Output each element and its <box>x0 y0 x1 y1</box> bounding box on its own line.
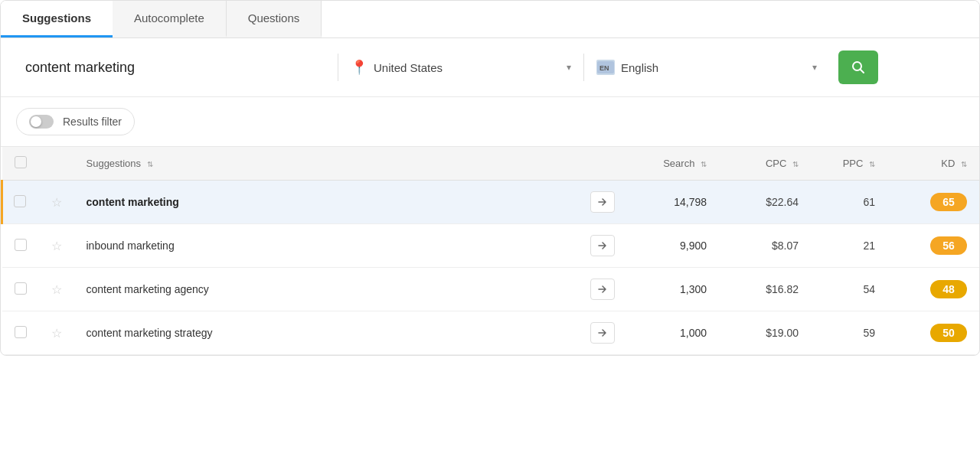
keyword-action-button[interactable] <box>590 279 615 300</box>
row-star-cell: ☆ <box>39 311 74 355</box>
col-search-label: Search <box>663 158 694 169</box>
ppc-value: 61 <box>863 196 875 208</box>
kd-badge: 50 <box>930 324 967 342</box>
cpc-value: $22.64 <box>766 196 799 208</box>
ppc-sort-icon: ⇅ <box>869 160 875 168</box>
col-header-cpc[interactable]: CPC ⇅ <box>719 147 811 181</box>
kd-badge: 65 <box>930 193 967 211</box>
search-volume: 9,900 <box>680 240 707 252</box>
search-icon <box>851 60 865 74</box>
search-input[interactable]: content marketing <box>16 52 338 83</box>
search-volume: 1,000 <box>680 327 707 339</box>
row-star-cell: ☆ <box>39 268 74 311</box>
select-all-checkbox[interactable] <box>15 156 27 168</box>
row-keyword-cell: content marketing strategy <box>74 311 579 355</box>
col-header-kd[interactable]: KD ⇅ <box>887 147 979 181</box>
row-search-cell: 1,000 <box>627 311 719 355</box>
row-checkbox-cell <box>2 181 39 224</box>
row-action-cell <box>578 181 627 224</box>
cpc-value: $8.07 <box>772 240 799 252</box>
language-chevron-icon: ▾ <box>812 62 817 73</box>
filter-row: Results filter <box>1 97 979 147</box>
row-action-cell <box>578 268 627 311</box>
search-button[interactable] <box>838 51 878 84</box>
table-body: ☆ content marketing 14,798 $22.64 61 <box>2 181 980 355</box>
table-row: ☆ content marketing agency 1,300 $16.82 … <box>2 268 980 311</box>
col-header-star <box>39 147 74 181</box>
kd-badge: 48 <box>930 280 967 298</box>
kd-badge: 56 <box>930 236 967 255</box>
location-chevron-icon: ▾ <box>567 62 571 73</box>
row-checkbox[interactable] <box>15 239 27 251</box>
row-kd-cell: 48 <box>887 268 979 311</box>
col-header-suggestions[interactable]: Suggestions ⇅ <box>74 147 579 181</box>
results-filter-toggle[interactable]: Results filter <box>16 108 135 135</box>
location-dropdown[interactable]: 📍 United States ▾ <box>338 51 583 83</box>
star-icon[interactable]: ☆ <box>51 327 62 340</box>
ppc-value: 21 <box>863 240 875 252</box>
search-bar: content marketing 📍 United States ▾ EN E… <box>1 38 979 97</box>
arrow-icon <box>597 284 608 295</box>
arrow-icon <box>597 197 608 207</box>
tabs-bar: Suggestions Autocomplete Questions <box>1 1 979 38</box>
row-checkbox-cell <box>2 224 39 268</box>
toggle-knob <box>31 116 41 127</box>
ppc-value: 54 <box>863 283 875 295</box>
row-kd-cell: 65 <box>887 181 979 224</box>
search-sort-icon: ⇅ <box>701 160 707 168</box>
row-action-cell <box>578 311 627 355</box>
row-action-cell <box>578 224 627 268</box>
main-container: Suggestions Autocomplete Questions conte… <box>0 0 980 356</box>
row-search-cell: 1,300 <box>627 268 719 311</box>
location-label: United States <box>374 61 443 74</box>
cpc-value: $19.00 <box>766 327 799 339</box>
col-kd-label: KD <box>941 158 955 169</box>
star-icon[interactable]: ☆ <box>51 240 62 253</box>
cpc-value: $16.82 <box>766 283 799 295</box>
row-search-cell: 9,900 <box>627 224 719 268</box>
row-ppc-cell: 54 <box>811 268 887 311</box>
col-header-action <box>578 147 627 181</box>
row-star-cell: ☆ <box>39 181 74 224</box>
row-checkbox-cell <box>2 268 39 311</box>
star-icon[interactable]: ☆ <box>51 283 62 296</box>
results-table: Suggestions ⇅ Search ⇅ CPC ⇅ PPC ⇅ <box>1 147 979 355</box>
keyword-action-button[interactable] <box>590 191 615 213</box>
row-checkbox[interactable] <box>14 195 26 207</box>
kd-sort-icon: ⇅ <box>961 160 967 168</box>
location-icon: 📍 <box>351 59 368 76</box>
keyword-action-button[interactable] <box>590 322 615 344</box>
table-row: ☆ inbound marketing 9,900 $8.07 21 <box>2 224 980 268</box>
svg-text:EN: EN <box>599 64 609 72</box>
row-cpc-cell: $19.00 <box>719 311 811 355</box>
language-flag-icon: EN <box>596 60 615 75</box>
tab-suggestions[interactable]: Suggestions <box>1 1 113 37</box>
table-header-row: Suggestions ⇅ Search ⇅ CPC ⇅ PPC ⇅ <box>2 147 980 181</box>
col-header-ppc[interactable]: PPC ⇅ <box>811 147 887 181</box>
tab-autocomplete[interactable]: Autocomplete <box>113 1 227 37</box>
table-row: ☆ content marketing strategy 1,000 $19.0… <box>2 311 980 355</box>
keyword-text: content marketing <box>87 196 179 208</box>
toggle-switch[interactable] <box>29 115 54 129</box>
keyword-text: content marketing agency <box>87 283 209 295</box>
language-dropdown[interactable]: EN English ▾ <box>584 52 829 83</box>
cpc-sort-icon: ⇅ <box>792 160 799 168</box>
row-checkbox[interactable] <box>15 326 27 338</box>
row-keyword-cell: content marketing <box>74 181 579 224</box>
search-volume: 14,798 <box>674 196 707 208</box>
row-checkbox-cell <box>2 311 39 355</box>
row-checkbox[interactable] <box>15 282 27 295</box>
search-volume: 1,300 <box>680 283 707 295</box>
row-kd-cell: 50 <box>887 311 979 355</box>
language-label: English <box>621 61 658 74</box>
col-ppc-label: PPC <box>843 158 864 169</box>
col-suggestions-label: Suggestions <box>87 158 142 169</box>
keyword-action-button[interactable] <box>590 235 615 256</box>
star-icon[interactable]: ☆ <box>51 196 62 209</box>
arrow-icon <box>597 328 608 338</box>
col-header-search[interactable]: Search ⇅ <box>627 147 719 181</box>
row-cpc-cell: $8.07 <box>719 224 811 268</box>
tab-questions[interactable]: Questions <box>227 1 322 37</box>
col-header-check <box>2 147 39 181</box>
arrow-icon <box>597 240 608 251</box>
